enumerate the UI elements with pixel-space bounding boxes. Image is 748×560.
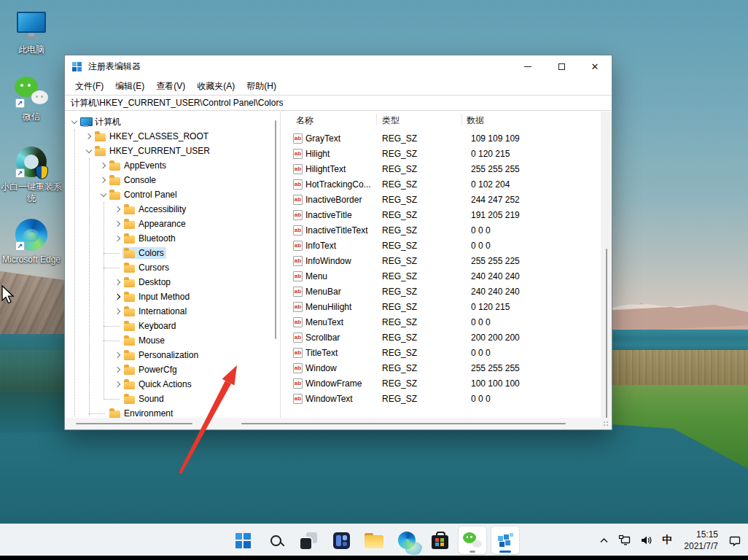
column-header-type[interactable]: 类型 xyxy=(382,114,400,127)
address-bar[interactable]: 计算机\HKEY_CURRENT_USER\Control Panel\Colo… xyxy=(65,95,612,111)
tree-item[interactable]: Quick Actions xyxy=(65,377,280,392)
resize-grip[interactable] xyxy=(602,420,609,427)
tree-item[interactable]: Colors xyxy=(65,246,280,260)
registry-value-row[interactable]: abInactiveTitleREG_SZ191 205 219 xyxy=(281,207,600,222)
wechat-taskbar-button[interactable] xyxy=(459,526,486,554)
folder-icon xyxy=(95,133,106,141)
registry-value-row[interactable]: abTitleTextREG_SZ0 0 0 xyxy=(281,345,600,360)
desktop-icon-microsoft-edge[interactable]: ↗ Microsoft Edge xyxy=(0,217,63,266)
list-scrollbar-thumb[interactable] xyxy=(606,249,607,418)
tree-pane[interactable]: 计算机HKEY_CLASSES_ROOTHKEY_CURRENT_USERApp… xyxy=(65,112,281,418)
network-icon[interactable] xyxy=(618,532,632,549)
tree-item[interactable]: PowerCfg xyxy=(65,362,280,377)
tree-item[interactable]: Sound xyxy=(65,392,280,406)
minimize-button[interactable] xyxy=(511,55,545,77)
column-header-data[interactable]: 数据 xyxy=(467,114,484,127)
chevron-right-icon[interactable] xyxy=(114,365,122,374)
tree-item[interactable]: Environment xyxy=(65,406,280,418)
start-button[interactable] xyxy=(229,526,257,554)
registry-value-row[interactable]: abGrayTextREG_SZ109 109 109 xyxy=(281,131,600,146)
file-explorer-button[interactable] xyxy=(360,526,388,554)
registry-value-row[interactable]: abMenuBarREG_SZ240 240 240 xyxy=(281,284,600,299)
ime-indicator[interactable]: 中 xyxy=(660,532,674,549)
chevron-down-icon[interactable] xyxy=(85,147,93,155)
registry-value-row[interactable]: abHotTrackingCo...REG_SZ0 102 204 xyxy=(281,176,600,192)
registry-value-row[interactable]: abInfoTextREG_SZ0 0 0 xyxy=(281,238,600,253)
tray-chevron-up-icon[interactable] xyxy=(596,532,611,549)
tree-item[interactable]: Desktop xyxy=(65,275,280,289)
tree-item-group: Console xyxy=(108,174,158,186)
tree-horizontal-scrollbar[interactable] xyxy=(76,423,192,424)
taskbar-clock[interactable]: 15:15 2021/7/7 xyxy=(684,529,718,552)
registry-value-row[interactable]: abMenuTextREG_SZ0 0 0 xyxy=(281,314,600,330)
tree-item[interactable]: HKEY_CLASSES_ROOT xyxy=(65,129,280,144)
chevron-down-icon[interactable] xyxy=(70,117,79,126)
maximize-button[interactable] xyxy=(545,55,578,77)
search-button[interactable] xyxy=(262,526,289,554)
registry-value-row[interactable]: abHilightREG_SZ0 120 215 xyxy=(281,146,600,161)
folder-icon xyxy=(124,396,135,404)
wallpaper-left-reflection xyxy=(0,334,70,432)
chevron-right-icon[interactable] xyxy=(114,351,122,359)
store-button[interactable] xyxy=(426,526,453,554)
chevron-right-icon[interactable] xyxy=(114,234,122,243)
chevron-right-icon[interactable] xyxy=(114,278,122,287)
registry-value-row[interactable]: abInactiveTitleTextREG_SZ0 0 0 xyxy=(281,222,600,238)
desktop-icon-wechat[interactable]: ↗ 微信 xyxy=(0,74,63,123)
menu-item[interactable]: 帮助(H) xyxy=(241,78,282,95)
menu-item[interactable]: 收藏夹(A) xyxy=(191,78,241,95)
chevron-right-icon[interactable] xyxy=(114,307,122,316)
tree-item[interactable]: Console xyxy=(65,173,280,187)
edge-button[interactable] xyxy=(393,526,421,554)
title-bar[interactable]: 注册表编辑器 ✕ xyxy=(65,55,612,77)
tree-item[interactable]: International xyxy=(65,304,280,319)
registry-value-row[interactable]: abWindowREG_SZ255 255 255 xyxy=(281,360,600,376)
tree-item[interactable]: AppEvents xyxy=(65,158,280,173)
column-divider[interactable] xyxy=(461,114,462,125)
menu-item[interactable]: 编辑(E) xyxy=(109,78,150,95)
desktop-icon-xiaobai-reinstall[interactable]: ↗ 小白一键重装系统 xyxy=(0,144,63,204)
tree-item[interactable]: HKEY_CURRENT_USER xyxy=(65,144,280,158)
registry-value-row[interactable]: abInfoWindowREG_SZ255 255 225 xyxy=(281,253,600,268)
list-vertical-scrollbar[interactable] xyxy=(601,112,612,418)
chevron-down-icon[interactable] xyxy=(99,190,108,199)
tree-item[interactable]: Cursors xyxy=(65,260,280,275)
tree-vertical-scrollbar[interactable] xyxy=(275,120,276,339)
tree-item[interactable]: Mouse xyxy=(65,333,280,348)
registry-value-row[interactable]: abMenuHilightREG_SZ0 120 215 xyxy=(281,299,600,314)
values-pane[interactable]: 名称 类型 数据 abGrayTextREG_SZ109 109 109abHi… xyxy=(281,112,612,418)
widgets-button[interactable] xyxy=(327,526,355,554)
column-divider[interactable] xyxy=(376,114,377,125)
registry-value-row[interactable]: abWindowTextREG_SZ0 0 0 xyxy=(281,391,600,406)
notification-center-icon[interactable] xyxy=(728,532,742,549)
registry-value-row[interactable]: abWindowFrameREG_SZ100 100 100 xyxy=(281,376,600,391)
tree-item[interactable]: Personalization xyxy=(65,348,280,362)
chevron-right-icon[interactable] xyxy=(99,161,108,170)
task-view-button[interactable] xyxy=(295,526,322,554)
tree-item[interactable]: Bluetooth xyxy=(65,231,280,246)
tree-item[interactable]: Keyboard xyxy=(65,319,280,333)
tree-item[interactable]: Control Panel xyxy=(65,187,280,202)
desktop-icon-this-pc[interactable]: 此电脑 xyxy=(0,7,63,56)
chevron-right-icon[interactable] xyxy=(85,132,93,141)
tree-item[interactable]: Appearance xyxy=(65,217,280,231)
tree-item[interactable]: Accessibility xyxy=(65,202,280,217)
chevron-right-icon[interactable] xyxy=(114,292,122,301)
menu-item[interactable]: 查看(V) xyxy=(150,78,191,95)
registry-editor-taskbar-button[interactable] xyxy=(491,526,519,554)
column-header-name[interactable]: 名称 xyxy=(296,114,313,127)
tree-item[interactable]: Input Method xyxy=(65,289,280,304)
chevron-right-icon[interactable] xyxy=(99,176,108,184)
close-button[interactable]: ✕ xyxy=(578,55,612,77)
list-horizontal-scrollbar[interactable] xyxy=(241,423,566,424)
registry-value-row[interactable]: abScrollbarREG_SZ200 200 200 xyxy=(281,330,600,345)
registry-value-row[interactable]: abInactiveBorderREG_SZ244 247 252 xyxy=(281,192,600,207)
chevron-right-icon[interactable] xyxy=(114,205,122,214)
volume-icon[interactable] xyxy=(639,532,653,549)
menu-item[interactable]: 文件(F) xyxy=(69,78,109,95)
chevron-right-icon[interactable] xyxy=(114,219,122,228)
registry-value-row[interactable]: abHilightTextREG_SZ255 255 255 xyxy=(281,161,600,176)
tree-item[interactable]: 计算机 xyxy=(65,114,280,129)
registry-value-row[interactable]: abMenuREG_SZ240 240 240 xyxy=(281,268,600,284)
chevron-right-icon[interactable] xyxy=(114,380,122,389)
